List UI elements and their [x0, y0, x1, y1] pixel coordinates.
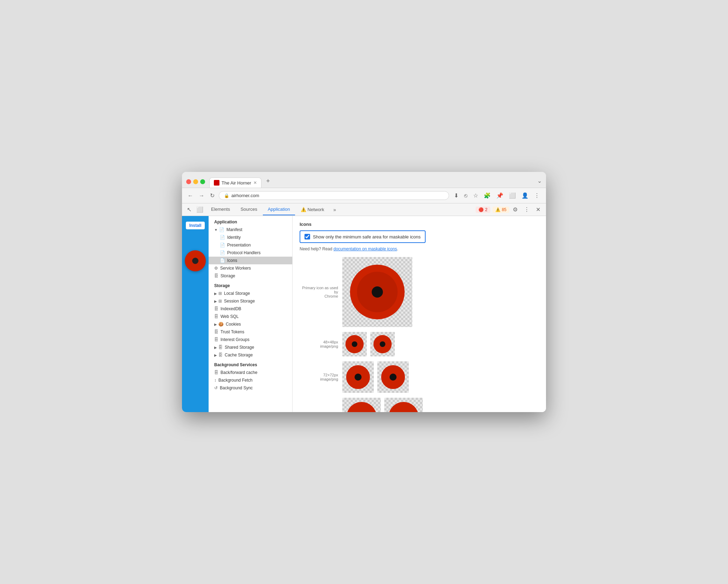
storage-app-icon: 🗄: [214, 273, 218, 278]
minimize-traffic-light[interactable]: [193, 179, 198, 184]
help-prefix: Need help? Read: [300, 246, 334, 251]
sidebar-item-presentation[interactable]: 📄 Presentation: [209, 241, 292, 249]
sidebar-item-protocol-handlers[interactable]: 📄 Protocol Handlers: [209, 249, 292, 257]
sidebar-section-storage: Storage: [209, 280, 292, 290]
pin-icon[interactable]: 📌: [494, 191, 505, 200]
tab-application[interactable]: Application: [263, 204, 295, 215]
sidebar-item-session-storage[interactable]: ▶ ⊞ Session Storage: [209, 297, 292, 305]
background-sync-icon: ↺: [214, 385, 218, 390]
primary-icon-preview-large: [342, 257, 412, 327]
address-bar: ← → ↻ 🔒 airhorner.com ⬇ ⎋ ☆ 🧩 📌 ⬜ 👤 ⋮: [182, 188, 546, 203]
icon-48-preview-2: [370, 332, 395, 356]
network-label: Network: [308, 207, 324, 212]
download-icon[interactable]: ⬇: [452, 191, 461, 200]
maskable-icons-checkbox[interactable]: [304, 234, 310, 239]
cache-storage-expander: ▶: [214, 353, 217, 357]
maximize-traffic-light[interactable]: [200, 179, 205, 184]
devtools-settings-button[interactable]: ⚙: [510, 204, 520, 215]
icon-48-preview-1: [342, 332, 367, 356]
devtools-close-button[interactable]: ✕: [533, 204, 543, 215]
sidebar-item-icons[interactable]: 📄 Icons: [209, 257, 292, 264]
sidebar-item-local-storage[interactable]: ▶ ⊞ Local Storage: [209, 290, 292, 297]
forward-button[interactable]: →: [197, 191, 206, 200]
sidebar-item-back-forward-cache[interactable]: 🗄 Back/forward cache: [209, 369, 292, 376]
install-button[interactable]: Install: [186, 222, 205, 229]
svg-point-8: [355, 374, 362, 381]
icon-72-preview-2: [377, 361, 409, 393]
help-suffix: .: [397, 246, 398, 251]
menu-icon[interactable]: ⋮: [532, 191, 542, 200]
warnings-badge[interactable]: ⚠️ 85: [492, 207, 509, 213]
sidebar-item-background-fetch-label: Background Fetch: [218, 378, 287, 383]
split-icon[interactable]: ⬜: [507, 191, 518, 200]
extensions-icon[interactable]: 🧩: [482, 191, 493, 200]
sidebar-item-service-workers-label: Service Workers: [220, 266, 287, 271]
sidebar-item-shared-storage-label: Shared Storage: [225, 345, 287, 350]
icon-48-type: image/png: [300, 344, 338, 348]
sidebar-item-web-sql-label: Web SQL: [220, 314, 287, 319]
share-icon[interactable]: ⎋: [462, 191, 470, 200]
cookies-expander: ▶: [214, 322, 217, 326]
sidebar-item-trust-tokens-label: Trust Tokens: [220, 329, 287, 334]
sidebar-item-shared-storage[interactable]: ▶ 🗄 Shared Storage: [209, 343, 292, 351]
profile-icon[interactable]: 👤: [519, 191, 531, 200]
browser-tab[interactable]: The Air Horner ✕: [209, 178, 261, 188]
icon-row-72: 72×72px image/png: [300, 361, 539, 393]
help-text: Need help? Read documentation on maskabl…: [300, 246, 539, 251]
address-input[interactable]: 🔒 airhorner.com: [219, 191, 449, 200]
help-link[interactable]: documentation on maskable icons: [334, 246, 397, 251]
icon-96-preview-1: [342, 398, 381, 412]
bookmark-icon[interactable]: ☆: [471, 191, 480, 200]
back-button[interactable]: ←: [186, 191, 195, 200]
tab-close-button[interactable]: ✕: [253, 180, 257, 185]
title-bar: The Air Horner ✕ + ⌄: [182, 172, 546, 188]
close-traffic-light[interactable]: [186, 179, 191, 184]
cursor-icon[interactable]: ↖: [185, 203, 194, 216]
maskable-icons-checkbox-container[interactable]: Show only the minimum safe area for mask…: [300, 230, 426, 243]
cookies-icon: 🍪: [218, 322, 224, 327]
sidebar-item-manifest[interactable]: ▼ 📄 Manifest: [209, 226, 292, 234]
cache-storage-icon: 🗄: [218, 353, 223, 357]
sidebar-item-cache-storage-label: Cache Storage: [225, 353, 287, 357]
sidebar-item-trust-tokens[interactable]: 🗄 Trust Tokens: [209, 328, 292, 336]
icons-grid: Primary icon as used by Chrome: [300, 257, 539, 412]
local-storage-icon: ⊞: [218, 291, 222, 296]
more-tabs-button[interactable]: »: [330, 204, 340, 215]
errors-badge[interactable]: 🔴 2: [476, 207, 490, 213]
icon-48-svg-1: [345, 335, 364, 354]
sidebar-item-cookies[interactable]: ▶ 🍪 Cookies: [209, 320, 292, 328]
icon-48-label: 48×48px image/png: [300, 340, 338, 348]
shared-storage-icon: 🗄: [218, 345, 223, 350]
new-tab-button[interactable]: +: [264, 175, 273, 187]
devtools-more-button[interactable]: ⋮: [521, 204, 532, 215]
primary-label-top: Primary icon as used by: [300, 286, 338, 294]
session-storage-expander: ▶: [214, 299, 217, 303]
icon-48-svg-2: [373, 335, 392, 354]
sidebar-item-web-sql[interactable]: 🗄 Web SQL: [209, 313, 292, 320]
warning-count: 85: [502, 207, 506, 212]
sidebar-item-background-fetch[interactable]: ↕ Background Fetch: [209, 376, 292, 384]
svg-point-4: [352, 341, 357, 347]
tab-chevron-icon[interactable]: ⌄: [537, 178, 542, 188]
device-icon[interactable]: ⬜: [194, 203, 205, 216]
manifest-file-icon: 📄: [219, 227, 224, 232]
sidebar-item-background-sync[interactable]: ↺ Background Sync: [209, 384, 292, 392]
sidebar-item-service-workers[interactable]: ⚙ Service Workers: [209, 264, 292, 272]
presentation-file-icon: 📄: [220, 243, 225, 248]
sidebar-item-storage-app[interactable]: 🗄 Storage: [209, 272, 292, 280]
icon-96-svg-2: [388, 401, 419, 412]
icon-96-preview-2: [384, 398, 423, 412]
air-horner-app-icon: [185, 250, 206, 271]
sidebar-item-interest-groups[interactable]: 🗄 Interest Groups: [209, 336, 292, 343]
sidebar-item-background-sync-label: Background Sync: [220, 385, 287, 390]
sidebar-item-indexeddb[interactable]: 🗄 IndexedDB: [209, 305, 292, 313]
icon-72-type: image/png: [300, 377, 338, 381]
tab-sources[interactable]: Sources: [236, 204, 262, 215]
sidebar-item-identity[interactable]: 📄 Identity: [209, 234, 292, 241]
svg-point-13: [388, 402, 419, 412]
sidebar-item-cache-storage[interactable]: ▶ 🗄 Cache Storage: [209, 351, 292, 359]
tab-network[interactable]: ⚠️ Network: [296, 204, 329, 215]
icons-section-title: Icons: [300, 222, 539, 227]
tab-elements[interactable]: Elements: [206, 204, 235, 215]
reload-button[interactable]: ↻: [209, 191, 216, 200]
